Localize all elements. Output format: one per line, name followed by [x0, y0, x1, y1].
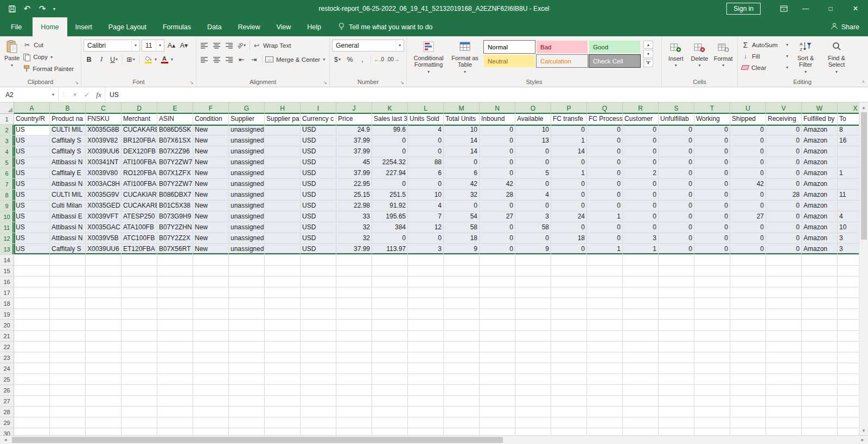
cell-H19[interactable] — [265, 309, 301, 320]
cell-V21[interactable] — [766, 331, 802, 342]
cell-R19[interactable] — [623, 309, 659, 320]
cell-F17[interactable] — [193, 287, 229, 298]
cell-X29[interactable] — [838, 417, 859, 428]
cell-F5[interactable]: New — [193, 157, 229, 168]
percent-style-button[interactable]: % — [344, 54, 355, 65]
cell-J10[interactable]: 33 — [336, 211, 372, 222]
cell-F16[interactable] — [193, 276, 229, 287]
cell-A2[interactable]: US — [14, 125, 50, 136]
cell-B22[interactable] — [50, 342, 86, 352]
cell-W12[interactable]: Amazon — [802, 233, 838, 244]
cell-T2[interactable]: 0 — [694, 125, 730, 136]
cell-F15[interactable] — [193, 266, 229, 276]
cell-D25[interactable] — [122, 374, 157, 385]
cell-H1[interactable]: Supplier pa — [265, 114, 301, 125]
cell-E2[interactable]: B086D5SK — [157, 125, 193, 136]
cell-K9[interactable]: 91.92 — [372, 201, 408, 211]
cell-D11[interactable]: ATA100FB — [122, 222, 157, 233]
cell-E17[interactable] — [157, 287, 193, 298]
cell-W21[interactable] — [802, 331, 838, 342]
cell-I26[interactable] — [301, 385, 336, 396]
cell-A19[interactable] — [14, 309, 50, 320]
cell-T21[interactable] — [694, 331, 730, 342]
cell-F21[interactable] — [193, 331, 229, 342]
sign-in-button[interactable]: Sign in — [726, 3, 761, 15]
row-header-17[interactable]: 17 — [0, 287, 14, 298]
cell-H27[interactable] — [265, 396, 301, 407]
cell-C30[interactable] — [86, 428, 122, 435]
column-header-T[interactable]: T — [694, 102, 730, 114]
cell-U16[interactable] — [730, 276, 766, 287]
cell-H4[interactable] — [265, 146, 301, 157]
row-header-6[interactable]: 6 — [0, 168, 14, 179]
cell-T10[interactable]: 0 — [694, 211, 730, 222]
cell-L30[interactable] — [408, 428, 444, 435]
cell-G22[interactable] — [229, 342, 265, 352]
format-as-table-button[interactable]: Format as Table ▾ — [448, 38, 482, 76]
cell-O30[interactable] — [515, 428, 551, 435]
cell-G23[interactable] — [229, 352, 265, 363]
cell-B5[interactable]: Attibassi N — [50, 157, 86, 168]
cell-N17[interactable] — [480, 287, 515, 298]
cell-X2[interactable]: 8 — [838, 125, 859, 136]
cell-N8[interactable]: 28 — [480, 190, 515, 201]
cell-U5[interactable]: 0 — [730, 157, 766, 168]
cell-C25[interactable] — [86, 374, 122, 385]
align-left-button[interactable] — [199, 54, 209, 65]
cell-R26[interactable] — [623, 385, 659, 396]
cell-A20[interactable] — [14, 320, 50, 331]
cell-U11[interactable]: 0 — [730, 222, 766, 233]
cell-H8[interactable] — [265, 190, 301, 201]
cell-E22[interactable] — [157, 342, 193, 352]
cell-H7[interactable] — [265, 179, 301, 190]
cell-R28[interactable] — [623, 407, 659, 417]
cell-G15[interactable] — [229, 266, 265, 276]
cell-T30[interactable] — [694, 428, 730, 435]
cell-Q26[interactable] — [587, 385, 623, 396]
cell-F8[interactable]: New — [193, 190, 229, 201]
cell-M3[interactable]: 14 — [444, 136, 480, 146]
cell-S8[interactable]: 0 — [659, 190, 694, 201]
cell-W9[interactable]: Amazon — [802, 201, 838, 211]
cell-F24[interactable] — [193, 363, 229, 374]
cell-Q13[interactable]: 1 — [587, 244, 623, 255]
cell-V17[interactable] — [766, 287, 802, 298]
cell-C7[interactable]: X003AC8H — [86, 179, 122, 190]
cell-S1[interactable]: Unfulfillab — [659, 114, 694, 125]
cell-R5[interactable]: 0 — [623, 157, 659, 168]
cell-T13[interactable]: 0 — [694, 244, 730, 255]
cell-S14[interactable] — [659, 255, 694, 266]
cell-J7[interactable]: 22.95 — [336, 179, 372, 190]
cell-N19[interactable] — [480, 309, 515, 320]
cell-C1[interactable]: FNSKU — [86, 114, 122, 125]
cell-L3[interactable]: 0 — [408, 136, 444, 146]
cell-F28[interactable] — [193, 407, 229, 417]
cell-L6[interactable]: 6 — [408, 168, 444, 179]
cell-Q1[interactable]: FC Process — [587, 114, 623, 125]
cell-G2[interactable]: unassigned — [229, 125, 265, 136]
increase-font-size-button[interactable]: A▴ — [166, 40, 177, 51]
cell-K2[interactable]: 99.6 — [372, 125, 408, 136]
cell-P11[interactable]: 0 — [551, 222, 587, 233]
cell-K18[interactable] — [372, 298, 408, 309]
cell-Q29[interactable] — [587, 417, 623, 428]
cell-T20[interactable] — [694, 320, 730, 331]
row-header-18[interactable]: 18 — [0, 298, 14, 309]
cell-P17[interactable] — [551, 287, 587, 298]
cell-N21[interactable] — [480, 331, 515, 342]
cell-C5[interactable]: X00341NT — [86, 157, 122, 168]
cell-T23[interactable] — [694, 352, 730, 363]
cell-I3[interactable]: USD — [301, 136, 336, 146]
cell-O22[interactable] — [515, 342, 551, 352]
cell-M19[interactable] — [444, 309, 480, 320]
cell-W8[interactable]: Amazon — [802, 190, 838, 201]
cell-A9[interactable]: US — [14, 201, 50, 211]
cell-D9[interactable]: CUCAKARE — [122, 201, 157, 211]
cell-U25[interactable] — [730, 374, 766, 385]
cell-D26[interactable] — [122, 385, 157, 396]
cell-M18[interactable] — [444, 298, 480, 309]
cell-D4[interactable]: DEX120FB — [122, 146, 157, 157]
cell-I1[interactable]: Currency c — [301, 114, 336, 125]
row-header-3[interactable]: 3 — [0, 136, 14, 146]
cell-D30[interactable] — [122, 428, 157, 435]
